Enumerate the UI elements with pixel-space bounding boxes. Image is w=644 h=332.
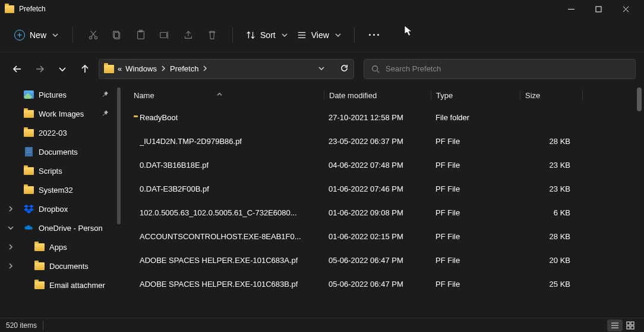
status-bar: 520 items bbox=[0, 318, 644, 332]
column-size[interactable]: Size bbox=[520, 91, 582, 100]
sidebar-item[interactable]: Dropbox bbox=[0, 199, 122, 218]
chevron-right-icon[interactable] bbox=[160, 64, 166, 73]
file-scrollbar[interactable] bbox=[637, 87, 642, 111]
column-type[interactable]: Type bbox=[431, 91, 520, 100]
details-view-button[interactable] bbox=[607, 320, 623, 331]
chevron-right-icon[interactable] bbox=[6, 261, 15, 271]
navigation-bar: « Windows Prefetch bbox=[0, 52, 644, 85]
folder-icon bbox=[34, 280, 45, 290]
refresh-button[interactable] bbox=[340, 64, 349, 74]
more-button[interactable] bbox=[363, 34, 385, 36]
dropbox-icon bbox=[24, 204, 34, 214]
table-row[interactable]: 102.0.5005.63_102.0.5005.61_C-732E6080..… bbox=[122, 201, 644, 224]
column-name[interactable]: Name bbox=[134, 91, 324, 100]
chevron-down-icon bbox=[52, 30, 58, 40]
folder-icon bbox=[34, 242, 45, 252]
sidebar-item-label: Work Images bbox=[39, 109, 84, 118]
breadcrumb-segment[interactable]: Prefetch bbox=[170, 64, 198, 73]
column-date[interactable]: Date modified bbox=[324, 91, 431, 100]
svg-line-18 bbox=[377, 70, 380, 73]
pin-icon bbox=[102, 109, 109, 118]
view-button[interactable]: View bbox=[292, 27, 346, 43]
breadcrumb-ellipsis[interactable]: « bbox=[118, 64, 122, 73]
thumbnails-view-button[interactable] bbox=[623, 320, 638, 331]
sidebar-item[interactable]: OneDrive - Person bbox=[0, 218, 122, 237]
new-button[interactable]: New bbox=[8, 26, 64, 44]
address-history-button[interactable] bbox=[318, 64, 324, 73]
sidebar-item[interactable]: Work Images bbox=[0, 104, 122, 123]
sidebar-item[interactable]: Pictures bbox=[0, 85, 122, 104]
sidebar-item-label: System32 bbox=[39, 186, 73, 195]
rename-button[interactable] bbox=[153, 24, 176, 46]
share-button[interactable] bbox=[176, 24, 200, 46]
file-size: 28 KB bbox=[520, 137, 582, 146]
sidebar-item[interactable]: System32 bbox=[0, 180, 122, 199]
table-row[interactable]: ReadyBoot27-10-2021 12:58 PMFile folder bbox=[122, 105, 644, 129]
separator bbox=[232, 27, 233, 43]
copy-button[interactable] bbox=[105, 24, 129, 46]
minimize-button[interactable] bbox=[557, 0, 585, 18]
sidebar-item[interactable]: 2022-03 bbox=[0, 123, 122, 142]
table-row[interactable]: ADOBE SPACES HELPER.EXE-101C683B.pf05-06… bbox=[122, 272, 644, 296]
recent-button[interactable] bbox=[53, 58, 71, 80]
svg-rect-24 bbox=[627, 326, 630, 329]
up-button[interactable] bbox=[76, 58, 94, 80]
breadcrumb-segment[interactable]: Windows bbox=[125, 64, 157, 73]
sidebar-item[interactable]: Documents bbox=[0, 256, 122, 275]
chevron-down-icon bbox=[335, 30, 341, 40]
sort-button[interactable]: Sort bbox=[241, 27, 292, 43]
item-count: 520 items bbox=[6, 321, 37, 330]
search-input[interactable] bbox=[386, 64, 628, 73]
delete-button[interactable] bbox=[200, 24, 224, 46]
sidebar-item[interactable]: Apps bbox=[0, 237, 122, 256]
chevron-down-icon[interactable] bbox=[6, 223, 15, 233]
sidebar-scrollbar[interactable] bbox=[117, 87, 121, 224]
maximize-button[interactable] bbox=[585, 0, 612, 18]
cut-button[interactable] bbox=[81, 24, 105, 46]
file-date: 27-10-2021 12:58 PM bbox=[324, 113, 431, 122]
title-bar: Prefetch bbox=[0, 0, 644, 18]
file-name: _IU14D2N.TMP-2D979B86.pf bbox=[140, 137, 242, 146]
file-name: ADOBE SPACES HELPER.EXE-101C683A.pf bbox=[140, 256, 298, 265]
onedrive-icon bbox=[24, 223, 34, 233]
file-type: PF File bbox=[431, 208, 520, 217]
sidebar-item-label: Email attachmer bbox=[49, 281, 105, 290]
file-date: 01-06-2022 09:08 PM bbox=[324, 208, 431, 217]
close-button[interactable] bbox=[612, 0, 639, 18]
search-box[interactable] bbox=[364, 59, 636, 79]
chevron-right-icon[interactable] bbox=[202, 64, 208, 73]
forward-button[interactable] bbox=[31, 58, 49, 80]
chevron-right-icon[interactable] bbox=[6, 242, 15, 252]
svg-point-5 bbox=[94, 36, 97, 39]
paste-button[interactable] bbox=[129, 24, 153, 46]
sidebar-item[interactable]: Documents bbox=[0, 142, 122, 161]
file-date: 05-06-2022 06:47 PM bbox=[324, 280, 431, 289]
file-size: 20 KB bbox=[520, 256, 582, 265]
sidebar-item-label: Apps bbox=[49, 243, 67, 252]
file-type: PF File bbox=[431, 161, 520, 170]
chevron-right-icon[interactable] bbox=[6, 204, 15, 214]
svg-rect-23 bbox=[631, 322, 634, 325]
address-bar[interactable]: « Windows Prefetch bbox=[99, 59, 354, 79]
back-button[interactable] bbox=[8, 58, 26, 80]
file-name: ADOBE SPACES HELPER.EXE-101C683B.pf bbox=[140, 280, 298, 289]
sidebar-item[interactable]: Scripts bbox=[0, 161, 122, 180]
table-row[interactable]: 0.DAT-3B16B18E.pf04-06-2022 07:48 PMPF F… bbox=[122, 153, 644, 177]
chevron-down-icon bbox=[282, 30, 288, 40]
file-date: 01-06-2022 02:15 PM bbox=[324, 232, 431, 241]
file-name: 0.DAT-3B16B18E.pf bbox=[140, 161, 209, 170]
sidebar-item-label: 2022-03 bbox=[39, 129, 67, 137]
folder-icon bbox=[24, 166, 34, 176]
table-row[interactable]: _IU14D2N.TMP-2D979B86.pf23-05-2022 06:37… bbox=[122, 129, 644, 153]
pin-icon bbox=[102, 90, 109, 99]
search-icon bbox=[371, 65, 380, 73]
table-row[interactable]: 0.DAT-E3B2F00B.pf01-06-2022 07:46 PMPF F… bbox=[122, 177, 644, 201]
file-type: PF File bbox=[431, 280, 520, 289]
table-row[interactable]: ACCOUNTSCONTROLHOST.EXE-8EAB1F0...01-06-… bbox=[122, 224, 644, 248]
table-row[interactable]: ADOBE SPACES HELPER.EXE-101C683A.pf05-06… bbox=[122, 248, 644, 272]
sidebar-item[interactable]: Email attachmer bbox=[0, 275, 122, 295]
sort-indicator-icon bbox=[217, 90, 222, 99]
sidebar-item-label: Dropbox bbox=[39, 205, 68, 214]
file-name: 0.DAT-E3B2F00B.pf bbox=[140, 184, 209, 193]
new-label: New bbox=[30, 30, 46, 40]
